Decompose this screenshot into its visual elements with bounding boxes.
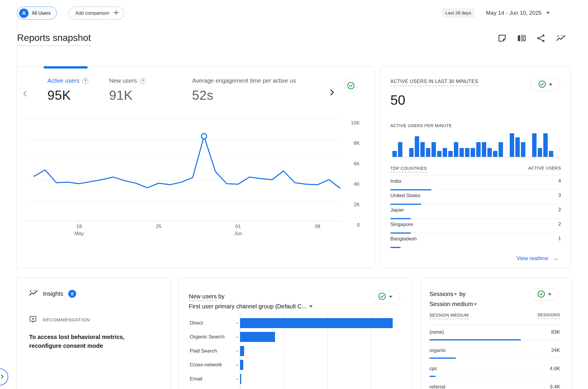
insights-icon[interactable] xyxy=(556,33,566,43)
sessions-value: 83K xyxy=(551,329,560,335)
country-active-users: 3 xyxy=(558,193,561,198)
check-circle-icon[interactable] xyxy=(344,79,358,93)
metric-name[interactable]: Sessions xyxy=(429,291,453,297)
country-row: Singapore2 xyxy=(390,219,561,233)
note-icon[interactable] xyxy=(497,33,507,43)
add-comparison-button[interactable]: Add comparison xyxy=(68,6,124,20)
all-users-segment-chip[interactable]: A All Users xyxy=(17,6,57,20)
help-icon[interactable]: ? xyxy=(82,78,88,84)
minute-bar xyxy=(476,142,481,157)
chevron-right-icon[interactable] xyxy=(327,88,336,97)
country-active-users: 2 xyxy=(558,207,561,212)
minute-bar xyxy=(543,133,548,157)
country-active-users: 4 xyxy=(558,178,561,184)
minute-bar xyxy=(487,148,492,157)
caret-down-icon xyxy=(454,288,457,298)
channel-tick xyxy=(236,379,239,379)
country-row: Japan2 xyxy=(390,204,561,219)
recommendation-icon xyxy=(29,315,37,325)
minute-bar xyxy=(549,151,553,157)
sessions-count-header: SESSIONS xyxy=(537,312,560,319)
chevron-left-icon[interactable] xyxy=(21,89,30,98)
country-row: United States3 xyxy=(390,190,561,204)
minute-bar xyxy=(493,151,497,157)
share-icon[interactable] xyxy=(536,33,546,43)
medium-name: (none) xyxy=(429,329,444,335)
page-title: Reports snapshot xyxy=(17,32,91,46)
x-axis-label: 08 xyxy=(309,224,327,230)
recommendation-text[interactable]: To access lost behavioral metrics, recon… xyxy=(29,333,135,350)
sessions-card: Sessions by Session medium SESSION MEDIU… xyxy=(421,277,572,389)
channel-row: Direct xyxy=(178,316,412,330)
sparkline-icon xyxy=(29,288,38,299)
minute-bar xyxy=(538,148,542,157)
dimension-dropdown[interactable]: First user primary channel group (Defaul… xyxy=(189,303,313,310)
caret-down-icon xyxy=(548,293,552,296)
country-name: Singapore xyxy=(390,222,413,227)
sessions-bar xyxy=(429,339,521,340)
view-realtime-link[interactable]: View realtime → xyxy=(517,255,559,262)
title-connector: by xyxy=(218,293,224,300)
country-bar xyxy=(390,247,401,248)
metric-tab-new-users[interactable]: New users ? 91K xyxy=(109,77,146,103)
all-users-label: All Users xyxy=(32,11,51,16)
view-realtime-label: View realtime xyxy=(517,255,548,262)
expand-nav-icon xyxy=(0,374,5,380)
active-users-line-chart xyxy=(24,111,360,232)
data-quality-dropdown[interactable] xyxy=(530,79,560,91)
minute-bar xyxy=(482,142,486,157)
country-active-users: 2 xyxy=(558,222,561,227)
x-axis-label: 18 xyxy=(70,224,88,230)
dimension-label[interactable]: Session medium xyxy=(429,301,473,307)
insights-card: Insights 0 RECOMMENDATION To access lost… xyxy=(16,277,171,389)
minute-bar xyxy=(443,148,447,157)
metric-value: 91K xyxy=(109,88,146,103)
x-axis-sublabel: Jun xyxy=(229,231,247,237)
session-medium-row: referral3.4K xyxy=(429,380,560,389)
x-axis-sublabel: May xyxy=(70,231,88,237)
caret-down-icon xyxy=(549,84,552,86)
reports-snapshot-page: A All Users Add comparison Last 28 days … xyxy=(0,0,588,389)
date-range-picker[interactable]: May 14 - Jun 10, 2025 xyxy=(486,8,550,18)
date-range-value: May 14 - Jun 10, 2025 xyxy=(486,10,542,16)
x-axis-tick xyxy=(159,221,159,223)
y-axis-label: 0 xyxy=(342,222,360,228)
minute-bar xyxy=(515,137,520,157)
metric-tab-avg-engagement[interactable]: Average engagement time per active us 52… xyxy=(192,77,324,103)
minute-bar xyxy=(448,151,453,157)
recommendation-label: RECOMMENDATION xyxy=(43,317,90,322)
check-circle-icon xyxy=(378,292,386,302)
data-quality-dropdown[interactable] xyxy=(529,288,559,301)
sessions-title: Sessions by Session medium xyxy=(429,289,477,309)
insights-title: Insights xyxy=(43,290,63,297)
date-preset-badge: Last 28 days xyxy=(442,8,475,18)
metric-tab-indicator xyxy=(44,66,88,69)
channel-tick xyxy=(236,337,239,338)
channel-bar xyxy=(240,374,241,384)
medium-name: cpc xyxy=(429,366,437,372)
country-active-users: 1 xyxy=(558,236,561,241)
help-icon[interactable]: ? xyxy=(140,78,146,84)
session-medium-row: (none)83K xyxy=(429,325,560,343)
channel-tick xyxy=(236,365,239,365)
minute-bar xyxy=(398,142,402,157)
row-divider xyxy=(429,376,560,376)
countries-metric-header: ACTIVE USERS xyxy=(528,166,561,170)
data-quality-dropdown[interactable] xyxy=(370,291,400,303)
minute-bar xyxy=(420,142,425,157)
channel-row: Email xyxy=(178,372,412,386)
caret-down-icon xyxy=(309,305,313,308)
channel-label: Direct xyxy=(190,316,203,330)
metric-value: 95K xyxy=(47,88,88,103)
metric-name[interactable]: New users xyxy=(189,293,216,301)
expand-nav-button[interactable] xyxy=(0,368,8,385)
sessions-value: 4.6K xyxy=(550,366,560,372)
comparison-icon[interactable] xyxy=(517,33,527,43)
channel-tick xyxy=(236,323,239,323)
sessions-bar xyxy=(429,376,436,377)
plus-icon xyxy=(113,10,119,17)
insights-count-badge: 0 xyxy=(68,290,76,298)
minute-bar xyxy=(459,148,464,157)
metric-tab-active-users[interactable]: Active users ? 95K xyxy=(47,77,88,103)
title-connector: by xyxy=(459,291,466,297)
